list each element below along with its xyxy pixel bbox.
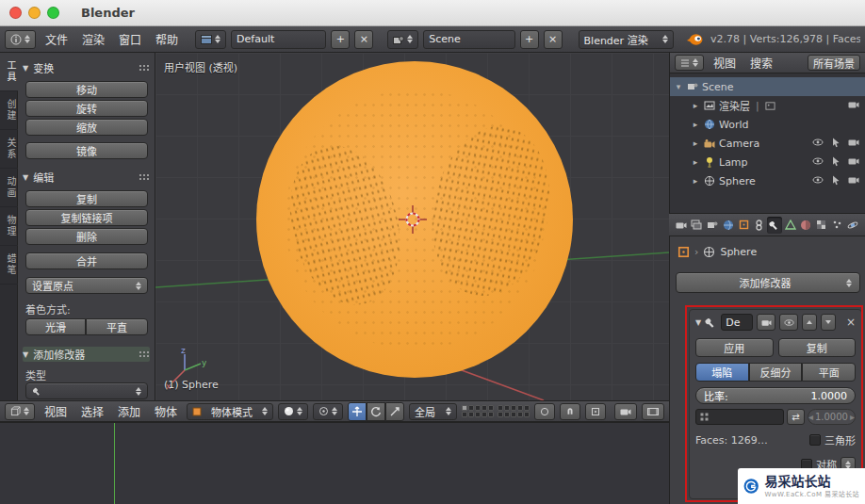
minimize-window-button[interactable] <box>28 7 41 19</box>
breadcrumb-object-name[interactable]: Sphere <box>720 246 757 258</box>
menu-file[interactable]: 文件 <box>41 31 73 47</box>
object-data-tab-icon[interactable] <box>783 217 798 234</box>
viewport-3d[interactable]: 用户视图 (透视) (1) Sphere z y x <box>155 53 669 400</box>
translate-manipulator-button[interactable] <box>348 402 367 421</box>
panel-grip-icon[interactable] <box>139 64 150 73</box>
invert-vertex-group-button[interactable]: ⇄ <box>787 409 805 425</box>
panel-expand-icon[interactable]: ▼ <box>695 318 701 327</box>
close-window-button[interactable] <box>9 7 22 19</box>
outliner-display-filter-dropdown[interactable]: 所有场景 <box>808 55 860 71</box>
scene-browse-button[interactable] <box>387 30 418 49</box>
texture-tab-icon[interactable] <box>814 217 829 234</box>
tab-relations[interactable]: 关系 <box>0 130 18 169</box>
menu-window[interactable]: 窗口 <box>114 31 146 47</box>
renderability-camera-icon[interactable] <box>848 156 859 166</box>
world-tab-icon[interactable] <box>721 217 736 234</box>
render-opengl-button[interactable] <box>614 403 637 420</box>
delete-button[interactable]: 删除 <box>25 228 148 245</box>
menu-select[interactable]: 选择 <box>76 403 108 419</box>
modifier-delete-button[interactable]: × <box>846 316 856 329</box>
tab-grease-pencil[interactable]: 蜡笔 <box>0 246 18 285</box>
disclosure-icon[interactable]: ▸ <box>691 176 700 186</box>
outliner-row-camera[interactable]: ▸ Camera <box>670 134 865 153</box>
outliner-row-world[interactable]: ▸ World <box>670 115 865 134</box>
tab-create[interactable]: 创建 <box>0 91 18 130</box>
mode-planar-button[interactable]: 平面 <box>802 363 856 382</box>
object-tab-icon[interactable] <box>736 217 751 234</box>
shade-smooth-button[interactable]: 光滑 <box>25 318 86 335</box>
mode-collapse-button[interactable]: 塌陷 <box>695 363 749 382</box>
visibility-eye-icon[interactable] <box>812 138 824 147</box>
outliner-row-sphere[interactable]: ▸ Sphere <box>670 171 865 190</box>
selectability-pointer-icon[interactable] <box>831 156 841 167</box>
scene-tab-icon[interactable] <box>705 217 720 234</box>
screen-layout-browse-button[interactable] <box>195 30 226 49</box>
snap-element-button[interactable] <box>585 403 606 420</box>
pivot-dropdown[interactable] <box>313 403 343 420</box>
disclosure-icon[interactable]: ▸ <box>691 120 700 129</box>
scale-button[interactable]: 缩放 <box>25 119 148 136</box>
disclosure-icon[interactable]: ▸ <box>691 138 700 148</box>
panel-header-transform[interactable]: ▼ 变换 <box>23 60 150 75</box>
delete-screen-layout-button[interactable]: × <box>354 30 373 49</box>
current-frame-indicator[interactable] <box>114 423 115 504</box>
apply-button[interactable]: 应用 <box>695 338 774 357</box>
render-engine-dropdown[interactable]: Blender 渲染 <box>579 30 674 49</box>
editor-type-selector[interactable] <box>5 30 36 49</box>
modifier-render-toggle[interactable] <box>757 314 775 331</box>
outliner-row-lamp[interactable]: ▸ Lamp <box>670 153 865 171</box>
constraints-tab-icon[interactable] <box>752 217 767 234</box>
join-button[interactable]: 合并 <box>25 252 148 269</box>
shade-flat-button[interactable]: 平直 <box>86 318 148 335</box>
outliner-menu-view[interactable]: 视图 <box>709 55 741 71</box>
particles-tab-icon[interactable] <box>830 217 845 234</box>
renderability-camera-icon[interactable] <box>848 175 859 185</box>
mirror-button[interactable]: 镜像 <box>25 142 148 159</box>
modifier-type-dropdown[interactable] <box>25 382 148 399</box>
duplicate-button[interactable]: 复制 <box>25 190 148 207</box>
scene-name-field[interactable]: Scene <box>423 30 514 49</box>
ratio-slider[interactable]: 比率: 1.0000 <box>695 387 856 404</box>
outliner-menu-search[interactable]: 搜索 <box>745 55 777 71</box>
physics-tab-icon[interactable] <box>845 217 860 234</box>
menu-add[interactable]: 添加 <box>113 403 145 419</box>
tab-tools[interactable]: 工具 <box>0 53 18 91</box>
render-layers-tab-icon[interactable] <box>690 217 705 234</box>
rotate-button[interactable]: 旋转 <box>25 100 148 117</box>
tab-physics[interactable]: 物理 <box>0 207 18 246</box>
snap-button[interactable] <box>560 403 580 420</box>
modifier-move-down-button[interactable] <box>821 314 836 331</box>
outliner-row-renderlayers[interactable]: ▸ 渲染层 | <box>670 96 865 115</box>
editor-type-selector[interactable] <box>5 403 35 420</box>
orientation-dropdown[interactable]: 全局 <box>409 403 457 420</box>
set-origin-dropdown[interactable]: 设置原点 <box>25 277 148 294</box>
panel-grip-icon[interactable] <box>139 350 150 359</box>
duplicate-linked-button[interactable]: 复制链接项 <box>25 209 148 226</box>
disclosure-icon[interactable]: ▸ <box>691 101 700 110</box>
panel-grip-icon[interactable] <box>139 173 150 182</box>
move-button[interactable]: 移动 <box>25 81 148 98</box>
renderability-camera-icon[interactable] <box>848 100 859 109</box>
render-tab-icon[interactable] <box>674 217 689 234</box>
shading-dropdown[interactable] <box>278 403 308 420</box>
panel-header-edit[interactable]: ▼ 编辑 <box>23 170 150 185</box>
modifier-viewport-toggle[interactable] <box>779 314 798 331</box>
add-modifier-dropdown[interactable]: 添加修改器 <box>676 272 860 293</box>
rotate-manipulator-button[interactable] <box>367 402 385 421</box>
material-tab-icon[interactable] <box>799 217 814 234</box>
disclosure-icon[interactable]: ▾ <box>674 82 683 91</box>
screen-layout-name-field[interactable]: Default <box>231 30 326 49</box>
selectability-pointer-icon[interactable] <box>831 138 841 148</box>
selectability-pointer-icon[interactable] <box>831 175 841 186</box>
triangulate-checkbox[interactable] <box>809 434 821 446</box>
menu-object[interactable]: 物体 <box>150 403 182 419</box>
menu-view[interactable]: 视图 <box>40 403 72 419</box>
visibility-eye-icon[interactable] <box>812 175 824 185</box>
modifier-name-field[interactable]: De <box>721 314 753 331</box>
scale-manipulator-button[interactable] <box>385 402 404 421</box>
panel-header-add-modifier[interactable]: ▼ 添加修改器 <box>23 347 150 362</box>
modifiers-tab-icon[interactable] <box>767 217 782 234</box>
add-screen-layout-button[interactable]: + <box>331 30 350 49</box>
timeline-editor[interactable] <box>0 422 669 504</box>
editor-type-selector[interactable] <box>675 55 704 71</box>
